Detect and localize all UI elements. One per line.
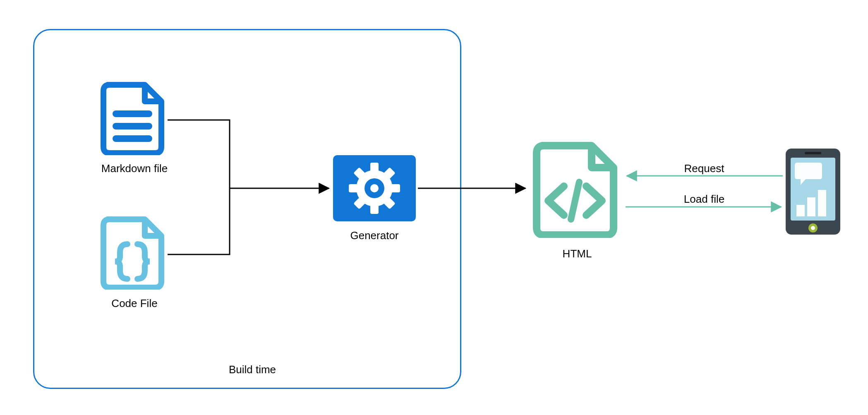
connectors-teal — [0, 0, 868, 415]
diagram-canvas: Build time Markdown file Code File — [0, 0, 868, 415]
edge-loadfile-label: Load file — [675, 193, 733, 206]
edge-request-label: Request — [675, 162, 733, 175]
